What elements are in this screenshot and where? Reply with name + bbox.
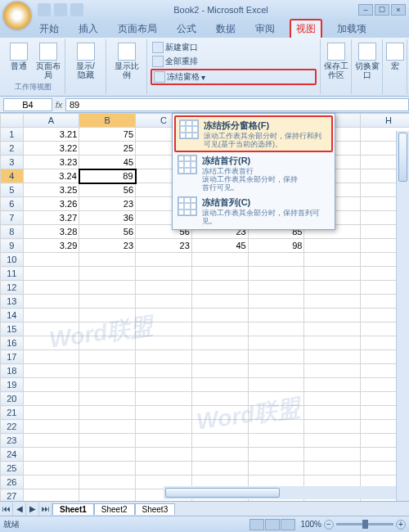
cell-D17[interactable] [191, 350, 248, 364]
qat-undo-icon[interactable] [54, 3, 67, 16]
cell-G22[interactable] [304, 420, 361, 434]
cell-E10[interactable] [248, 253, 304, 267]
cell-A25[interactable] [23, 462, 79, 476]
vertical-scrollbar[interactable] [396, 131, 409, 501]
normal-view-button[interactable]: 普通 [4, 41, 34, 81]
new-window-button[interactable]: 新建窗口 [151, 41, 317, 54]
freeze-first-column-item[interactable]: 冻结首列(C)滚动工作表其余部分时，保持首列可见。 [174, 194, 333, 228]
cell-E23[interactable] [248, 434, 304, 448]
close-button[interactable]: × [391, 4, 406, 16]
cell-D24[interactable] [191, 448, 248, 462]
cell-D19[interactable] [191, 378, 248, 392]
maximize-button[interactable]: ☐ [375, 4, 389, 16]
cell-C12[interactable] [136, 281, 192, 295]
cell-D14[interactable] [191, 309, 248, 322]
cell-B25[interactable] [79, 462, 136, 476]
cell-D21[interactable] [191, 406, 248, 420]
name-box[interactable]: B4 [3, 98, 52, 111]
cell-B23[interactable] [79, 434, 136, 448]
cell-B17[interactable] [79, 350, 136, 364]
cell-B21[interactable] [79, 406, 136, 420]
cell-B9[interactable]: 23 [79, 239, 136, 253]
cell-G10[interactable] [304, 253, 361, 267]
zoom-slider[interactable] [336, 523, 393, 525]
row-header-24[interactable]: 24 [1, 448, 24, 462]
row-header-22[interactable]: 22 [1, 420, 24, 434]
cell-A7[interactable]: 3.27 [23, 211, 79, 225]
cell-G9[interactable] [304, 239, 361, 253]
cell-B14[interactable] [79, 309, 136, 322]
row-header-17[interactable]: 17 [1, 350, 24, 364]
view-break-icon[interactable] [281, 519, 295, 530]
cell-B1[interactable]: 75 [79, 128, 136, 142]
cell-G24[interactable] [304, 448, 361, 462]
column-header-B[interactable]: B [79, 114, 136, 128]
arrange-all-button[interactable]: 全部重排 [151, 55, 317, 68]
tab-review[interactable]: 审阅 [250, 20, 280, 38]
cell-A11[interactable] [23, 267, 79, 281]
zoom-level[interactable]: 100% [300, 520, 321, 529]
cell-A22[interactable] [23, 420, 79, 434]
cell-A2[interactable]: 3.22 [23, 142, 79, 156]
sheet-tab-2[interactable]: Sheet2 [94, 503, 135, 515]
freeze-panes-item[interactable]: 冻结拆分窗格(F)滚动工作表其余部分时，保持行和列可见(基于当前的选择)。 [174, 115, 333, 152]
sheet-nav-next-icon[interactable]: ▶ [26, 503, 39, 516]
row-header-5[interactable]: 5 [1, 183, 24, 197]
row-header-6[interactable]: 6 [1, 197, 24, 211]
cell-E9[interactable]: 98 [248, 239, 304, 253]
cell-D23[interactable] [191, 434, 248, 448]
tab-home[interactable]: 开始 [34, 20, 64, 38]
sheet-tab-3[interactable]: Sheet3 [135, 503, 176, 515]
row-header-13[interactable]: 13 [1, 295, 24, 309]
cell-G13[interactable] [304, 295, 361, 309]
row-header-16[interactable]: 16 [1, 336, 24, 350]
cell-G15[interactable] [304, 322, 361, 336]
cell-E11[interactable] [248, 267, 304, 281]
cell-A10[interactable] [23, 253, 79, 267]
cell-D22[interactable] [191, 420, 248, 434]
cell-B8[interactable]: 56 [79, 225, 136, 239]
cell-G17[interactable] [304, 350, 361, 364]
cell-G23[interactable] [304, 434, 361, 448]
horizontal-scrollbar[interactable] [164, 486, 396, 499]
cell-A1[interactable]: 3.21 [23, 128, 79, 142]
cell-E13[interactable] [248, 295, 304, 309]
cell-B16[interactable] [79, 336, 136, 350]
cell-D12[interactable] [191, 281, 248, 295]
page-layout-view-button[interactable]: 页面布局 [34, 41, 63, 81]
macros-button[interactable]: 宏 [380, 41, 410, 72]
row-header-4[interactable]: 4 [1, 169, 24, 183]
zoom-in-button[interactable]: + [396, 520, 406, 530]
cell-B6[interactable]: 23 [79, 197, 136, 211]
cell-D18[interactable] [191, 364, 248, 378]
fx-icon[interactable]: fx [52, 100, 65, 110]
cell-A18[interactable] [23, 364, 79, 378]
row-header-18[interactable]: 18 [1, 364, 24, 378]
cell-G20[interactable] [304, 392, 361, 406]
cell-D13[interactable] [191, 295, 248, 309]
row-header-11[interactable]: 11 [1, 267, 24, 281]
row-header-21[interactable]: 21 [1, 406, 24, 420]
cell-E12[interactable] [248, 281, 304, 295]
cell-E16[interactable] [248, 336, 304, 350]
cell-A15[interactable] [23, 322, 79, 336]
row-header-26[interactable]: 26 [1, 476, 24, 489]
cell-C20[interactable] [136, 392, 192, 406]
cell-A21[interactable] [23, 406, 79, 420]
cell-A5[interactable]: 3.25 [23, 183, 79, 197]
cell-C25[interactable] [136, 462, 192, 476]
cell-B10[interactable] [79, 253, 136, 267]
tab-view[interactable]: 视图 [290, 19, 322, 38]
cell-A13[interactable] [23, 295, 79, 309]
cell-E21[interactable] [248, 406, 304, 420]
cell-G12[interactable] [304, 281, 361, 295]
cell-D10[interactable] [191, 253, 248, 267]
cell-G19[interactable] [304, 378, 361, 392]
cell-E20[interactable] [248, 392, 304, 406]
row-header-20[interactable]: 20 [1, 392, 24, 406]
row-header-19[interactable]: 19 [1, 378, 24, 392]
cell-B24[interactable] [79, 448, 136, 462]
cell-A19[interactable] [23, 378, 79, 392]
tab-page-layout[interactable]: 页面布局 [113, 20, 162, 38]
row-header-2[interactable]: 2 [1, 142, 24, 156]
